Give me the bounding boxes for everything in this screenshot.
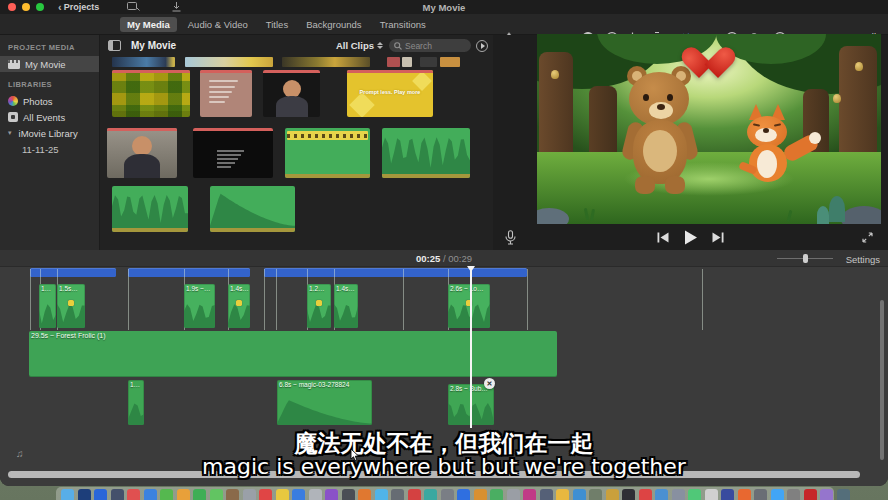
dock-app-icon[interactable] — [259, 489, 272, 500]
timeline-audio-clip[interactable]: 6.8s ~ magic-03-278824 — [277, 380, 372, 425]
dock-app-icon[interactable] — [738, 489, 751, 500]
dock-app-icon[interactable] — [243, 489, 256, 500]
tab-backgrounds[interactable]: Backgrounds — [299, 17, 368, 32]
dock-app-icon[interactable] — [441, 489, 454, 500]
event-filmstrip[interactable] — [112, 57, 175, 67]
media-thumbnail-promo[interactable]: Prompt less. Play more — [347, 70, 433, 117]
event-filmstrip[interactable] — [185, 57, 273, 67]
dock-app-icon[interactable] — [705, 489, 718, 500]
timeline-sfx-clip[interactable]: 1.9s ~… — [184, 284, 215, 328]
dock-app-icon[interactable] — [127, 489, 140, 500]
dock-app-icon[interactable] — [375, 489, 388, 500]
close-icon[interactable]: ✕ — [484, 378, 495, 389]
timeline-sfx-clip[interactable]: 1.4s… — [334, 284, 358, 328]
dock-app-icon[interactable] — [837, 489, 850, 500]
timeline-audio-clip[interactable]: 1… — [128, 380, 144, 425]
timeline-sfx-clip[interactable]: 1.2… — [307, 284, 331, 328]
browser-header: My Movie All Clips — [100, 35, 493, 56]
dock-app-icon[interactable] — [111, 489, 124, 500]
sidebar-item-event-date[interactable]: 11-11-25 — [0, 141, 99, 157]
dock-app-icon[interactable] — [523, 489, 536, 500]
tab-my-media[interactable]: My Media — [120, 17, 177, 32]
sidebar-item-photos[interactable]: Photos — [0, 93, 99, 109]
dock-app-icon[interactable] — [639, 489, 652, 500]
previous-frame-button[interactable] — [657, 232, 669, 243]
tab-titles[interactable]: Titles — [259, 17, 295, 32]
dock-app-icon[interactable] — [276, 489, 289, 500]
dock-app-icon[interactable] — [160, 489, 173, 500]
media-thumbnail-card[interactable] — [200, 70, 252, 117]
media-thumbnail-collage[interactable] — [112, 70, 190, 117]
event-filmstrip[interactable] — [387, 57, 400, 67]
event-filmstrip[interactable] — [282, 57, 370, 67]
dock-app-icon[interactable] — [177, 489, 190, 500]
dock-app-icon[interactable] — [507, 489, 520, 500]
search-box[interactable] — [389, 39, 471, 52]
play-button[interactable] — [683, 230, 698, 245]
media-thumbnail-dark[interactable] — [263, 70, 320, 117]
dock-app-icon[interactable] — [358, 489, 371, 500]
sidebar-item-imovie-library[interactable]: ▾ iMovie Library — [0, 125, 99, 141]
timeline-sfx-clip[interactable]: 1… — [39, 284, 56, 328]
sidebar-item-all-events[interactable]: All Events — [0, 109, 99, 125]
dock-app-icon[interactable] — [688, 489, 701, 500]
dock-app-icon[interactable] — [622, 489, 635, 500]
timeline-sfx-clip[interactable]: 1.4s… — [228, 284, 250, 328]
search-input[interactable] — [405, 41, 465, 51]
dock-app-icon[interactable] — [606, 489, 619, 500]
dock-app-icon[interactable] — [210, 489, 223, 500]
subtitle-title-bar[interactable] — [128, 268, 250, 277]
dock-app-icon[interactable] — [391, 489, 404, 500]
dock-app-icon[interactable] — [672, 489, 685, 500]
media-thumbnail-light[interactable] — [107, 128, 177, 178]
event-filmstrip[interactable] — [420, 57, 437, 67]
sidebar-item-my-movie[interactable]: My Movie — [0, 56, 99, 72]
dock-app-icon[interactable] — [754, 489, 767, 500]
tab-audio-video[interactable]: Audio & Video — [181, 17, 255, 32]
clip-filter-dropdown[interactable]: All Clips — [336, 40, 383, 51]
dock-app-icon[interactable] — [226, 489, 239, 500]
dock-app-icon[interactable] — [787, 489, 800, 500]
dock-app-icon[interactable] — [490, 489, 503, 500]
dock-app-icon[interactable] — [474, 489, 487, 500]
media-thumbnail-audio-wave[interactable] — [112, 186, 188, 232]
dock-app-icon[interactable] — [144, 489, 157, 500]
dock-app-icon[interactable] — [589, 489, 602, 500]
dock-app-icon[interactable] — [771, 489, 784, 500]
timeline-sfx-clip[interactable]: 2.6s ~ Lo… — [448, 284, 490, 328]
subtitle-title-bar[interactable] — [30, 268, 116, 277]
dock-app-icon[interactable] — [325, 489, 338, 500]
media-thumbnail-audio-wave[interactable] — [382, 128, 470, 178]
dock-app-icon[interactable] — [424, 489, 437, 500]
dock-app-icon[interactable] — [193, 489, 206, 500]
event-filmstrip[interactable] — [402, 57, 412, 67]
dock-app-icon[interactable] — [61, 489, 74, 500]
dock-app-icon[interactable] — [309, 489, 322, 500]
subtitle-title-bar[interactable] — [264, 268, 527, 277]
dock-app-icon[interactable] — [78, 489, 91, 500]
dock-app-icon[interactable] — [721, 489, 734, 500]
dock-app-icon[interactable] — [408, 489, 421, 500]
dock-app-icon[interactable] — [556, 489, 569, 500]
dock-app-icon[interactable] — [573, 489, 586, 500]
dock-app-icon[interactable] — [804, 489, 817, 500]
dock-app-icon[interactable] — [820, 489, 833, 500]
next-frame-button[interactable] — [712, 232, 724, 243]
dock-app-icon[interactable] — [540, 489, 553, 500]
dock-app-icon[interactable] — [292, 489, 305, 500]
dock-app-icon[interactable] — [655, 489, 668, 500]
fullscreen-icon[interactable] — [861, 231, 874, 244]
playhead[interactable] — [470, 266, 472, 428]
media-thumbnail-term[interactable] — [193, 128, 273, 178]
tab-transitions[interactable]: Transitions — [373, 17, 433, 32]
browser-forward-icon[interactable] — [476, 40, 488, 52]
sidebar-toggle-icon[interactable] — [108, 40, 121, 51]
dock-app-icon[interactable] — [342, 489, 355, 500]
event-filmstrip[interactable] — [440, 57, 460, 67]
dock-app-icon[interactable] — [94, 489, 107, 500]
timeline-sfx-clip[interactable]: 1.5s… — [57, 284, 85, 328]
dock-app-icon[interactable] — [457, 489, 470, 500]
timeline-music-clip[interactable]: 29.5s ~ Forest Frolic (1) — [29, 331, 557, 377]
media-thumbnail-audio-yellow[interactable] — [285, 128, 370, 178]
media-thumbnail-audio-decay[interactable] — [210, 186, 295, 232]
